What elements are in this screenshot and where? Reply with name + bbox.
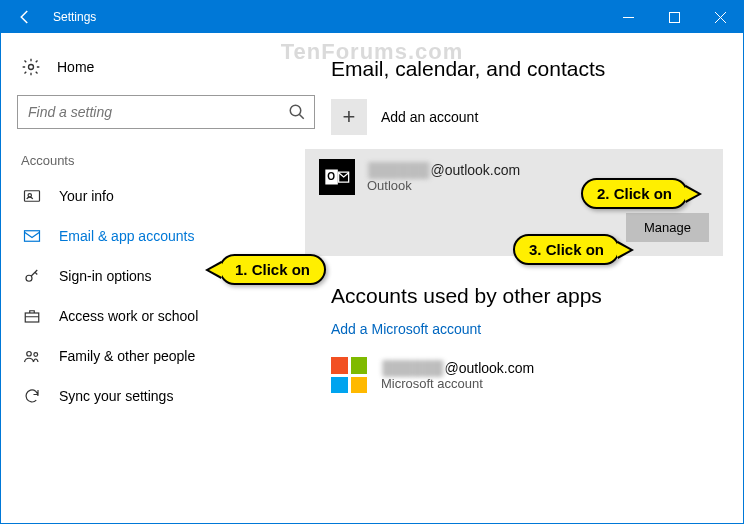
section-title-other-apps: Accounts used by other apps	[331, 284, 727, 308]
titlebar: Settings	[1, 1, 743, 33]
close-button[interactable]	[697, 1, 743, 33]
category-label: Accounts	[15, 147, 317, 176]
plus-icon: +	[331, 99, 367, 135]
microsoft-account-item[interactable]: ██████@outlook.com Microsoft account	[331, 357, 727, 393]
manage-button[interactable]: Manage	[626, 213, 709, 242]
sidebar-item-email-app-accounts[interactable]: Email & app accounts	[15, 216, 317, 256]
main-panel: Email, calendar, and contacts + Add an a…	[331, 33, 743, 523]
sidebar-item-access-work-school[interactable]: Access work or school	[15, 296, 317, 336]
annotation-callout-1: 1. Click on	[219, 254, 326, 285]
add-account-button[interactable]: + Add an account	[331, 99, 727, 135]
annotation-callout-2: 2. Click on	[581, 178, 688, 209]
microsoft-logo-icon	[331, 357, 367, 393]
account-provider: Outlook	[367, 178, 520, 193]
ms-account-email: ██████@outlook.com	[381, 360, 534, 376]
svg-rect-0	[669, 12, 679, 22]
svg-point-2	[290, 105, 301, 116]
outlook-icon: O	[319, 159, 355, 195]
sidebar-item-sync-settings[interactable]: Sync your settings	[15, 376, 317, 416]
briefcase-icon	[23, 307, 41, 325]
sidebar-item-label: Your info	[59, 188, 114, 204]
svg-point-9	[34, 353, 38, 357]
annotation-callout-3: 3. Click on	[513, 234, 620, 265]
home-label: Home	[57, 59, 94, 75]
svg-point-4	[28, 194, 31, 197]
svg-rect-7	[25, 313, 39, 322]
key-icon	[23, 267, 41, 285]
svg-point-6	[26, 275, 32, 281]
home-nav[interactable]: Home	[15, 51, 317, 91]
maximize-button[interactable]	[651, 1, 697, 33]
svg-point-1	[29, 65, 34, 70]
svg-text:O: O	[327, 171, 335, 182]
sidebar-item-label: Family & other people	[59, 348, 195, 364]
sync-icon	[23, 387, 41, 405]
person-card-icon	[23, 187, 41, 205]
add-account-label: Add an account	[381, 109, 478, 125]
search-input[interactable]	[17, 95, 315, 129]
mail-icon	[23, 227, 41, 245]
sidebar-item-label: Sign-in options	[59, 268, 152, 284]
svg-rect-5	[25, 231, 40, 242]
add-microsoft-account-link[interactable]: Add a Microsoft account	[331, 321, 481, 337]
svg-rect-3	[25, 191, 40, 202]
sidebar-item-label: Sync your settings	[59, 388, 173, 404]
sidebar-item-label: Access work or school	[59, 308, 198, 324]
account-email: ██████@outlook.com	[367, 162, 520, 178]
search-field[interactable]	[28, 104, 288, 120]
sidebar-item-your-info[interactable]: Your info	[15, 176, 317, 216]
search-icon	[288, 103, 306, 121]
sidebar-item-label: Email & app accounts	[59, 228, 194, 244]
sidebar-item-family-people[interactable]: Family & other people	[15, 336, 317, 376]
back-button[interactable]	[1, 1, 49, 33]
window-title: Settings	[49, 10, 96, 24]
svg-point-8	[27, 352, 32, 357]
gear-icon	[21, 57, 41, 77]
people-icon	[23, 347, 41, 365]
minimize-button[interactable]	[605, 1, 651, 33]
ms-account-type: Microsoft account	[381, 376, 534, 391]
section-title-email: Email, calendar, and contacts	[331, 57, 727, 81]
